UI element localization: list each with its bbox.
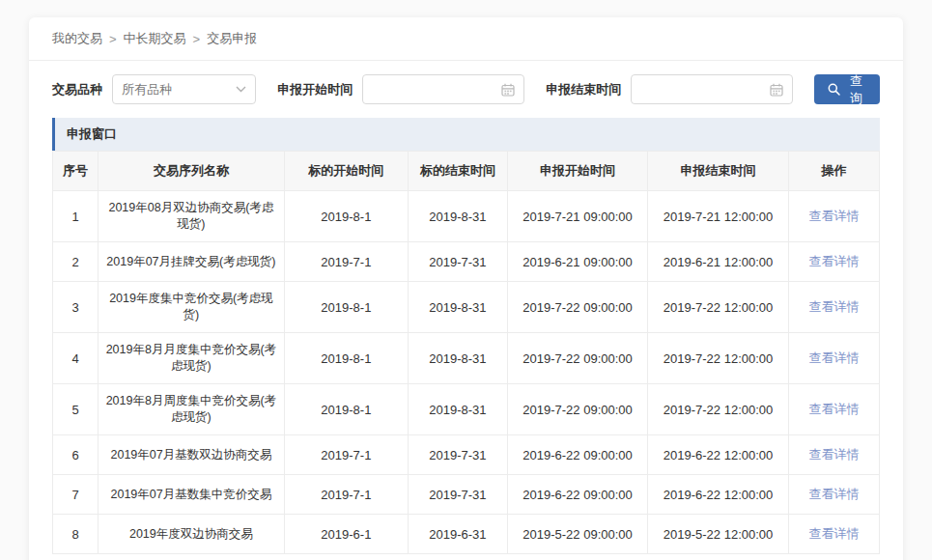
breadcrumb-item-trade-declaration: 交易申报 (207, 30, 257, 47)
col-header-declare-start: 申报开始时间 (507, 152, 648, 191)
variety-label: 交易品种 (52, 81, 102, 98)
declaration-table: 序号 交易序列名称 标的开始时间 标的结束时间 申报开始时间 申报结束时间 操作… (52, 151, 880, 554)
breadcrumb-item-my-trading[interactable]: 我的交易 (52, 30, 102, 47)
breadcrumb-separator: > (193, 32, 201, 46)
view-details-link[interactable]: 查看详情 (808, 350, 859, 365)
subject-end-cell: 2019-8-31 (409, 191, 508, 242)
subject-end-cell: 2019-8-31 (409, 384, 508, 435)
filter-bar: 交易品种 所有品种 申报开始时间 申报结束时间 查询 (29, 61, 903, 116)
calendar-icon[interactable] (770, 83, 783, 97)
declare-start-cell: 2019-7-22 09:00:00 (507, 282, 648, 333)
declare-end-cell: 2019-7-21 12:00:00 (648, 191, 789, 242)
subject-end-cell: 2019-7-31 (409, 435, 508, 475)
row-index-cell: 2 (53, 242, 99, 282)
operation-cell: 查看详情 (788, 242, 879, 282)
table-row: 7 2019年07月基数集中竞价交易 2019-7-1 2019-7-31 20… (53, 475, 880, 515)
variety-select[interactable]: 所有品种 (112, 74, 256, 104)
table-body: 1 2019年08月双边协商交易(考虑现货) 2019-8-1 2019-8-3… (53, 191, 880, 554)
subject-start-cell: 2019-7-1 (284, 242, 408, 282)
table-row: 8 2019年度双边协商交易 2019-6-1 2019-6-31 2019-5… (53, 515, 880, 554)
sequence-name-cell: 2019年07月基数双边协商交易 (99, 435, 285, 475)
sequence-name-cell: 2019年8月月度集中竞价交易(考虑现货) (99, 333, 285, 384)
view-details-link[interactable]: 查看详情 (808, 402, 859, 416)
variety-selected-value: 所有品种 (122, 81, 172, 98)
declare-end-cell: 2019-7-22 12:00:00 (648, 384, 789, 435)
subject-start-cell: 2019-8-1 (284, 191, 408, 242)
breadcrumb-item-mid-long-term[interactable]: 中长期交易 (124, 30, 186, 47)
declare-end-input[interactable] (640, 82, 770, 97)
sequence-name-cell: 2019年8月周度集中竞价交易(考虑现货) (99, 384, 285, 435)
col-header-operation: 操作 (788, 152, 879, 191)
operation-cell: 查看详情 (788, 515, 879, 554)
table-row: 1 2019年08月双边协商交易(考虑现货) 2019-8-1 2019-8-3… (53, 191, 880, 242)
view-details-link[interactable]: 查看详情 (808, 487, 859, 501)
operation-cell: 查看详情 (788, 435, 879, 475)
declare-start-cell: 2019-6-22 09:00:00 (507, 435, 648, 475)
sequence-name-cell: 2019年07月挂牌交易(考虑现货) (99, 242, 285, 282)
subject-end-cell: 2019-8-31 (409, 282, 508, 333)
subject-start-cell: 2019-8-1 (284, 384, 408, 435)
declare-start-cell: 2019-7-21 09:00:00 (507, 191, 648, 242)
row-index-cell: 4 (53, 333, 99, 384)
subject-end-cell: 2019-7-31 (409, 475, 508, 515)
operation-cell: 查看详情 (788, 282, 879, 333)
subject-start-cell: 2019-7-1 (284, 435, 408, 475)
table-footer: 每页 10 条，共 100 条记录 < 1234...910 > 跳至 页 (52, 554, 880, 560)
declare-end-cell: 2019-6-22 12:00:00 (648, 435, 789, 475)
operation-cell: 查看详情 (788, 475, 879, 515)
subject-start-cell: 2019-6-1 (284, 515, 408, 554)
query-button-label: 查询 (846, 72, 866, 107)
declare-end-cell: 2019-6-22 12:00:00 (648, 475, 789, 515)
declare-start-cell: 2019-6-21 09:00:00 (507, 242, 648, 282)
table-header-row: 序号 交易序列名称 标的开始时间 标的结束时间 申报开始时间 申报结束时间 操作 (53, 152, 880, 191)
declare-end-cell: 2019-6-21 12:00:00 (648, 242, 789, 282)
col-header-subject-start: 标的开始时间 (284, 152, 408, 191)
table-row: 5 2019年8月周度集中竞价交易(考虑现货) 2019-8-1 2019-8-… (53, 384, 880, 435)
declare-start-label: 申报开始时间 (277, 81, 353, 98)
chevron-down-icon (236, 86, 246, 93)
row-index-cell: 8 (53, 515, 99, 554)
view-details-link[interactable]: 查看详情 (808, 299, 859, 314)
main-content: 申报窗口 序号 交易序列名称 标的开始时间 标的结束时间 申报开始时间 申报结束… (29, 116, 903, 560)
sequence-name-cell: 2019年08月双边协商交易(考虑现货) (99, 191, 285, 242)
declare-start-input[interactable] (372, 82, 501, 97)
row-index-cell: 5 (53, 384, 99, 435)
table-row: 6 2019年07月基数双边协商交易 2019-7-1 2019-7-31 20… (53, 435, 880, 475)
query-button[interactable]: 查询 (814, 74, 880, 104)
declare-start-cell: 2019-6-22 09:00:00 (507, 475, 648, 515)
subject-end-cell: 2019-7-31 (409, 242, 508, 282)
search-icon (828, 83, 840, 96)
view-details-link[interactable]: 查看详情 (808, 254, 859, 268)
operation-cell: 查看详情 (788, 333, 879, 384)
view-details-link[interactable]: 查看详情 (808, 447, 859, 462)
subject-end-cell: 2019-6-31 (409, 515, 508, 554)
declare-end-label: 申报结束时间 (546, 81, 621, 98)
row-index-cell: 7 (53, 475, 99, 515)
sequence-name-cell: 2019年度集中竞价交易(考虑现货) (99, 282, 285, 333)
breadcrumb: 我的交易 > 中长期交易 > 交易申报 (29, 17, 903, 61)
view-details-link[interactable]: 查看详情 (808, 526, 859, 541)
declare-end-cell: 2019-7-22 12:00:00 (648, 282, 789, 333)
col-header-sequence-name: 交易序列名称 (99, 152, 285, 191)
declare-start-cell: 2019-5-22 09:00:00 (507, 515, 648, 554)
row-index-cell: 6 (53, 435, 99, 475)
subject-end-cell: 2019-8-31 (409, 333, 508, 384)
table-row: 2 2019年07月挂牌交易(考虑现货) 2019-7-1 2019-7-31 … (53, 242, 880, 282)
declare-end-cell: 2019-7-22 12:00:00 (648, 333, 789, 384)
row-index-cell: 1 (53, 191, 99, 242)
col-header-index: 序号 (53, 152, 99, 191)
subject-start-cell: 2019-7-1 (284, 475, 408, 515)
section-header-declaration-window: 申报窗口 (52, 118, 880, 151)
table-row: 4 2019年8月月度集中竞价交易(考虑现货) 2019-8-1 2019-8-… (53, 333, 880, 384)
operation-cell: 查看详情 (788, 191, 879, 242)
view-details-link[interactable]: 查看详情 (808, 209, 859, 223)
col-header-declare-end: 申报结束时间 (648, 152, 789, 191)
subject-start-cell: 2019-8-1 (284, 333, 408, 384)
calendar-icon[interactable] (501, 83, 515, 97)
operation-cell: 查看详情 (788, 384, 879, 435)
subject-start-cell: 2019-8-1 (284, 282, 408, 333)
declare-start-cell: 2019-7-22 09:00:00 (507, 333, 648, 384)
table-row: 3 2019年度集中竞价交易(考虑现货) 2019-8-1 2019-8-31 … (53, 282, 880, 333)
declare-end-cell: 2019-5-22 12:00:00 (648, 515, 789, 554)
content-card: 我的交易 > 中长期交易 > 交易申报 交易品种 所有品种 申报开始时间 申报结… (29, 17, 903, 560)
